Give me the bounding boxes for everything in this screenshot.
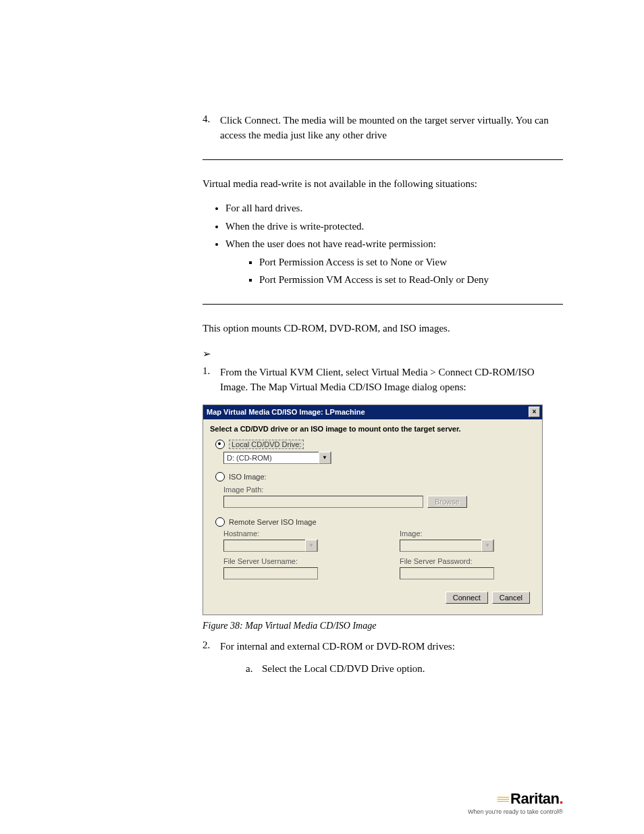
brand-tagline: When you're ready to take control® [468, 808, 563, 815]
figure-caption: Figure 38: Map Virtual Media CD/ISO Imag… [203, 621, 563, 631]
dialog-heading: Select a CD/DVD drive or an ISO image to… [210, 425, 535, 433]
step-2-text: For internal and external CD-ROM or DVD-… [220, 640, 563, 654]
hostname-label: Hostname: [223, 529, 359, 538]
logo-icon: ≡≡ [497, 792, 508, 806]
local-drive-select[interactable]: D: (CD-ROM) ▼ [223, 452, 331, 464]
fs-username-input[interactable] [223, 567, 318, 579]
image-label: Image: [400, 529, 535, 538]
image-path-input[interactable] [223, 496, 423, 508]
local-drive-label: Local CD/DVD Drive: [229, 440, 304, 449]
cancel-button[interactable]: Cancel [492, 592, 530, 604]
divider [203, 304, 563, 305]
image-select[interactable]: ▼ [400, 540, 494, 552]
divider [203, 159, 563, 160]
remote-iso-radio[interactable] [215, 517, 225, 527]
image-path-label: Image Path: [223, 486, 535, 494]
bullet-item: When the user does not have read-write p… [225, 236, 563, 288]
hostname-select[interactable]: ▼ [223, 540, 318, 552]
map-virtual-media-dialog: Map Virtual Media CD/ISO Image: LPmachin… [203, 405, 543, 615]
iso-image-radio[interactable] [215, 472, 225, 481]
fs-password-label: File Server Password: [400, 557, 535, 565]
step-1-text: From the Virtual KVM Client, select Virt… [220, 365, 563, 395]
chevron-down-icon: ▼ [319, 452, 331, 464]
step-1-number: 1. [203, 365, 220, 395]
browse-button[interactable]: Browse [427, 496, 467, 508]
brand-logo: ≡≡ Raritan. [468, 790, 563, 808]
brand-name: Raritan [510, 790, 559, 807]
footer: ≡≡ Raritan. When you're ready to take co… [468, 790, 563, 815]
arrow-icon: ➢ [203, 348, 563, 360]
mount-paragraph: This option mounts CD-ROM, DVD-ROM, and … [203, 321, 563, 336]
local-drive-radio[interactable] [215, 440, 225, 449]
fs-username-label: File Server Username: [223, 557, 359, 565]
connect-button[interactable]: Connect [446, 592, 488, 604]
bullet-text: When the user does not have read-write p… [225, 238, 436, 249]
sub-bullet-item: Port Permission Access is set to None or… [259, 255, 563, 270]
bullet-item: When the drive is write-protected. [225, 219, 563, 234]
iso-image-label: ISO Image: [229, 473, 267, 481]
chevron-down-icon: ▼ [481, 540, 493, 552]
substep-letter: a. [246, 663, 262, 675]
close-button[interactable]: × [529, 407, 540, 417]
chevron-down-icon: ▼ [305, 540, 317, 552]
step-2-number: 2. [203, 640, 220, 654]
fs-password-input[interactable] [400, 567, 494, 579]
dialog-title-text: Map Virtual Media CD/ISO Image: LPmachin… [207, 408, 365, 416]
sub-bullet-item: Port Permission VM Access is set to Read… [259, 272, 563, 288]
dialog-titlebar: Map Virtual Media CD/ISO Image: LPmachin… [203, 405, 542, 419]
step-4-text: Click Connect. The media will be mounted… [220, 113, 563, 143]
brand-dot: . [559, 790, 563, 807]
bullet-item: For all hard drives. [225, 201, 563, 216]
remote-iso-label: Remote Server ISO Image [229, 518, 317, 526]
local-drive-value: D: (CD-ROM) [227, 454, 272, 462]
close-icon: × [533, 409, 537, 415]
step-4-number: 4. [203, 113, 220, 143]
rw-intro-paragraph: Virtual media read-write is not availabl… [203, 176, 563, 192]
substep-text: Select the Local CD/DVD Drive option. [262, 663, 425, 675]
